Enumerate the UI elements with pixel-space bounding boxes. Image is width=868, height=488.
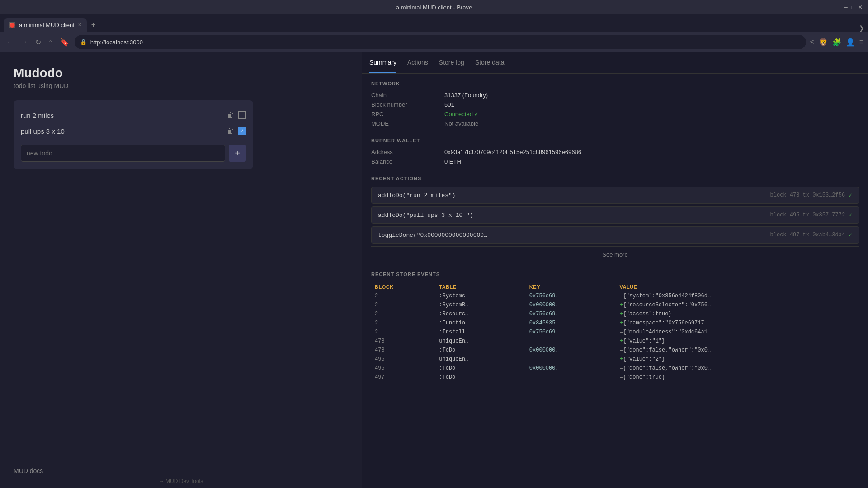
tab-close-btn[interactable]: × (78, 22, 81, 28)
new-tab-btn[interactable]: + (87, 18, 100, 32)
cell-table: :ToDo (435, 364, 526, 373)
app-subtitle: todo list using MUD (14, 82, 348, 89)
cell-block: 495 (371, 355, 435, 364)
tab-arrows: ❯ (859, 24, 864, 32)
cell-value: ={"system":"0x856e4424f806d… (616, 291, 859, 300)
todo-delete-btn[interactable]: 🗑 (227, 111, 234, 119)
network-section-label: NETWORK (371, 81, 859, 86)
address-bar[interactable]: 🔒 http://localhost:3000 (75, 35, 807, 49)
recent-store-events-label: RECENT STORE EVENTS (371, 272, 859, 277)
cell-key: 0x756e69… (526, 291, 616, 300)
cell-block: 2 (371, 319, 435, 328)
action-row: addToDo("pull ups 3 x 10 ") block 495 tx… (371, 206, 859, 224)
table-row: 478 :ToDo 0x000000… ={"done":false,"owne… (371, 346, 859, 355)
cell-key: 0x000000… (526, 300, 616, 310)
action-check: ✓ (849, 211, 852, 219)
cell-block: 497 (371, 373, 435, 382)
add-todo-btn[interactable]: + (229, 145, 246, 162)
bookmark-btn[interactable]: 🔖 (58, 36, 71, 48)
brave-icon[interactable]: 🦁 (819, 38, 828, 47)
menu-icon[interactable]: ≡ (859, 38, 863, 46)
network-info: Chain 31337 (Foundry) Block number 501 R… (371, 92, 859, 127)
todo-checkbox-empty[interactable] (238, 111, 246, 119)
home-btn[interactable]: ⌂ (47, 36, 55, 48)
active-tab[interactable]: 🔴 a minimal MUD client × (4, 18, 87, 32)
mud-docs-link[interactable]: MUD docs (14, 467, 43, 474)
share-icon[interactable]: < (810, 38, 814, 46)
table-row: 497 :ToDo ={"done":true} (371, 373, 859, 382)
col-table: TABLE (435, 282, 526, 291)
todo-text: run 2 miles (21, 112, 54, 119)
cell-value: +{"resourceSelector":"0x756… (616, 300, 859, 310)
todo-item: pull ups 3 x 10 🗑 ✓ (21, 123, 246, 139)
window-controls: ─ □ ✕ (844, 4, 863, 10)
action-meta: block 478 tx 0x153…2f56 (770, 192, 845, 198)
lock-icon: 🔒 (80, 39, 87, 45)
cell-table: :Resourc… (435, 310, 526, 319)
todo-delete-btn[interactable]: 🗑 (227, 127, 234, 135)
action-code: addToDo("run 2 miles") (378, 192, 456, 199)
action-row: addToDo("run 2 miles") block 478 tx 0x15… (371, 187, 859, 204)
cell-block: 2 (371, 328, 435, 337)
refresh-btn[interactable]: ↻ (33, 36, 43, 48)
cell-value: ={"done":false,"owner":"0x0… (616, 346, 859, 355)
devtools-content: NETWORK Chain 31337 (Foundry) Block numb… (362, 74, 868, 488)
tab-favicon: 🔴 (9, 22, 15, 28)
table-row: 2 :Install… 0x756e69… ={"moduleAddress":… (371, 328, 859, 337)
balance-value: 0 ETH (444, 158, 859, 165)
col-block: BLOCK (371, 282, 435, 291)
action-check: ✓ (849, 192, 852, 199)
browser-title: a minimal MUD client - Brave (396, 4, 472, 11)
cell-key: 0x756e69… (526, 310, 616, 319)
extensions-icon[interactable]: 🧩 (832, 38, 841, 47)
table-row: 478 uniqueEn… +{"value":"1"} (371, 337, 859, 346)
cell-value: +{"access":true} (616, 310, 859, 319)
mud-dev-tools-link[interactable]: → MUD Dev Tools (0, 474, 362, 488)
cell-table: :Systems (435, 291, 526, 300)
back-btn[interactable]: ← (5, 36, 15, 48)
chain-key: Chain (371, 92, 439, 99)
tab-summary[interactable]: Summary (369, 52, 396, 73)
forward-btn[interactable]: → (19, 36, 30, 48)
tab-label: a minimal MUD client (19, 22, 75, 28)
cell-block: 2 (371, 291, 435, 300)
profile-icon[interactable]: 👤 (846, 38, 855, 47)
store-events-table: BLOCK TABLE KEY VALUE 2 :Systems 0x756e6… (371, 282, 859, 382)
address-value: 0x93a17b370709c4120E515e251c88961596e696… (444, 149, 859, 155)
see-more-btn[interactable]: See more (371, 246, 859, 263)
cell-table: :SystemR… (435, 300, 526, 310)
chain-value: 31337 (Foundry) (444, 92, 859, 99)
recent-actions-label: RECENT ACTIONS (371, 176, 859, 181)
address-key: Address (371, 149, 439, 155)
nav-actions: < 🦁 🧩 👤 ≡ (810, 38, 863, 47)
tab-actions[interactable]: Actions (407, 52, 428, 73)
mode-key: MODE (371, 120, 439, 127)
action-row: toggleDone("0x0000000000000000… block 49… (371, 226, 859, 244)
new-todo-input[interactable] (21, 145, 225, 162)
rpc-key: RPC (371, 111, 439, 117)
browser-tabs: 🔴 a minimal MUD client × + ❯ (0, 14, 868, 32)
todo-item-actions: 🗑 (227, 111, 246, 119)
table-row: 2 :Resourc… 0x756e69… +{"access":true} (371, 310, 859, 319)
todo-checkbox-checked[interactable]: ✓ (238, 127, 246, 135)
main-content: Mudodo todo list using MUD run 2 miles 🗑… (0, 52, 868, 488)
tab-store-log[interactable]: Store log (439, 52, 464, 73)
cell-value: +{"value":"1"} (616, 337, 859, 346)
cell-value: ={"done":false,"owner":"0x0… (616, 364, 859, 373)
tab-store-data[interactable]: Store data (475, 52, 505, 73)
cell-value: +{"namespace":"0x756e69717… (616, 319, 859, 328)
close-btn[interactable]: ✕ (858, 4, 863, 10)
cell-key (526, 373, 616, 382)
cell-key (526, 355, 616, 364)
minimize-btn[interactable]: ─ (844, 4, 848, 10)
table-row: 495 :ToDo 0x000000… ={"done":false,"owne… (371, 364, 859, 373)
devtools-panel: Summary Actions Store log Store data NET… (362, 52, 868, 488)
action-meta: block 495 tx 0x857…7772 (770, 212, 845, 218)
cell-table: :Functio… (435, 319, 526, 328)
cell-key: 0x845935… (526, 319, 616, 328)
cell-block: 478 (371, 337, 435, 346)
cell-table: uniqueEn… (435, 337, 526, 346)
cell-block: 2 (371, 300, 435, 310)
maximize-btn[interactable]: □ (851, 4, 854, 10)
cell-block: 478 (371, 346, 435, 355)
